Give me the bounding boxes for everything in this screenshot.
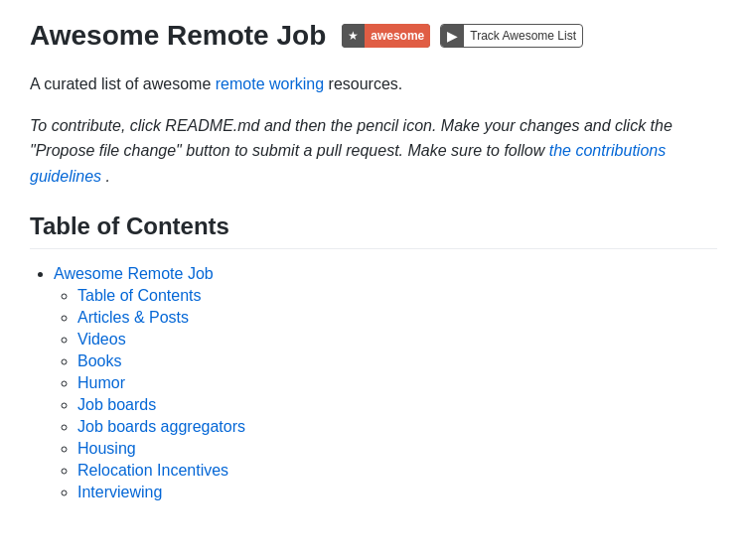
toc-sub-item-link[interactable]: Articles & Posts [77, 309, 189, 326]
description-prefix: A curated list of awesome [30, 75, 216, 92]
awesome-badge-icon: ★ [342, 24, 365, 48]
toc-top-item: Awesome Remote Job Table of ContentsArti… [54, 265, 717, 501]
toc-sub-item: Books [77, 352, 717, 370]
toc-sub-item-link[interactable]: Job boards [77, 396, 156, 413]
awesome-badge[interactable]: ★ awesome [342, 24, 430, 48]
toc-sub-item-link[interactable]: Videos [77, 331, 126, 348]
toc-sub-item: Videos [77, 331, 717, 349]
page-title: Awesome Remote Job [30, 20, 326, 52]
awesome-badge-label: awesome [365, 24, 430, 48]
toc-sub-item: Relocation Incentives [77, 462, 717, 480]
contribute-suffix: . [106, 168, 110, 185]
remote-working-link[interactable]: remote working [216, 75, 324, 92]
toc-sub-item-link[interactable]: Humor [77, 374, 125, 391]
page-header: Awesome Remote Job ★ awesome ▶ Track Awe… [30, 20, 717, 52]
toc-sub-item: Housing [77, 440, 717, 458]
description-suffix: resources. [329, 75, 403, 92]
description-text: A curated list of awesome remote working… [30, 71, 717, 97]
track-badge-label: Track Awesome List [464, 25, 582, 47]
toc-sub-item: Interviewing [77, 484, 717, 501]
track-badge-icon: ▶ [441, 25, 464, 47]
toc-list: Awesome Remote Job Table of ContentsArti… [30, 265, 717, 501]
toc-sub-item: Humor [77, 374, 717, 392]
toc-heading: Table of Contents [30, 212, 717, 249]
toc-sub-item-link[interactable]: Table of Contents [77, 287, 202, 304]
toc-sublist: Table of ContentsArticles & PostsVideosB… [54, 287, 717, 501]
toc-sub-item-link[interactable]: Books [77, 352, 121, 369]
toc-sub-item: Job boards aggregators [77, 418, 717, 436]
toc-sub-item: Job boards [77, 396, 717, 414]
toc-top-item-link[interactable]: Awesome Remote Job [54, 265, 214, 282]
toc-sub-item: Articles & Posts [77, 309, 717, 327]
toc-sub-item-link[interactable]: Job boards aggregators [77, 418, 245, 435]
track-awesome-badge[interactable]: ▶ Track Awesome List [440, 24, 583, 48]
toc-sub-item: Table of Contents [77, 287, 717, 305]
toc-sub-item-link[interactable]: Housing [77, 440, 136, 457]
toc-sub-item-link[interactable]: Interviewing [77, 484, 162, 500]
toc-sub-item-link[interactable]: Relocation Incentives [77, 462, 228, 479]
contribute-text: To contribute, click README.md and then … [30, 113, 717, 190]
